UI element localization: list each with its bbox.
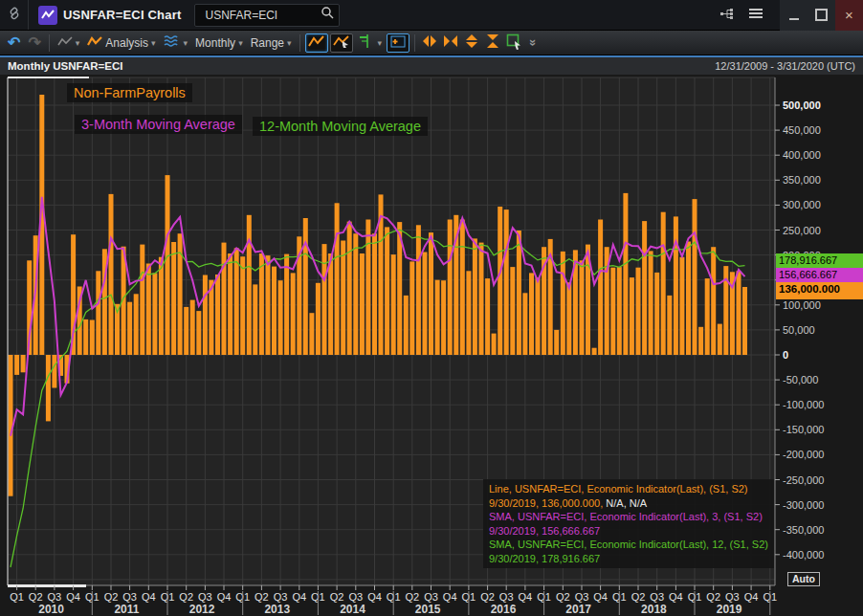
bar: [429, 232, 433, 355]
bar: [328, 253, 333, 355]
bar: [610, 268, 615, 355]
y-tick-label: 100,000: [783, 299, 821, 311]
x-tick-label: Q4: [744, 591, 759, 603]
legend-item-nonfarm-payrolls[interactable]: Non-FarmPayrolls: [67, 83, 192, 102]
info-line-series: Line, USNFAR=ECI, Economic Indicator(Las…: [489, 482, 768, 496]
expand-horizontal-button[interactable]: [419, 33, 440, 53]
y-tick-label: 450,000: [783, 124, 821, 136]
x-tick-label: Q4: [292, 591, 306, 603]
time-scrollbar-thumb[interactable]: [8, 584, 86, 587]
auto-scale-button[interactable]: Auto: [787, 572, 820, 586]
bar: [435, 280, 440, 355]
bar: [365, 220, 370, 356]
chart-pointer-button[interactable]: [330, 33, 353, 53]
info-sma3-value: 9/30/2019, 156,666.667: [489, 524, 768, 539]
bar: [184, 307, 188, 355]
bar: [498, 207, 502, 355]
bar: [272, 267, 277, 355]
x-tick-label: Q2: [254, 591, 269, 603]
bar: [485, 278, 490, 355]
bar: [385, 227, 389, 355]
node-tree-icon: [719, 7, 735, 24]
minimize-button[interactable]: [780, 0, 808, 31]
undo-button[interactable]: ↶: [4, 32, 24, 54]
line-tool-icon: [57, 35, 73, 50]
x-year-label: 2019: [717, 603, 742, 616]
chart-type-button[interactable]: [305, 33, 328, 53]
bar: [140, 245, 144, 355]
legend-item-3-month-sma[interactable]: 3-Month Moving Average: [75, 115, 242, 134]
maximize-button[interactable]: [808, 0, 835, 31]
x-year-label: 2016: [491, 603, 517, 616]
bar: [309, 313, 314, 355]
bar: [21, 355, 26, 372]
x-tick-label: Q4: [443, 591, 457, 603]
bar: [341, 241, 345, 356]
wave-overlay-dropdown[interactable]: ▾: [160, 33, 192, 53]
bar: [504, 209, 509, 355]
analysis-dropdown[interactable]: Analysis ▾: [83, 33, 159, 52]
y-tick-label: 350,000: [783, 174, 821, 186]
bar: [46, 355, 51, 421]
expand-vertical-button[interactable]: [461, 32, 482, 54]
zoom-select-button[interactable]: [503, 32, 526, 55]
x-tick-label: Q3: [499, 591, 514, 603]
bar: [460, 220, 465, 356]
chart-toolbar: ↶ ↷ ▾ Analysis ▾ ▾ Monthly ▾ Range ▾: [0, 31, 863, 55]
bar: [642, 221, 647, 355]
bar: [171, 242, 176, 355]
bar: [654, 273, 659, 355]
undo-icon: ↶: [8, 33, 20, 52]
legend-item-12-month-sma[interactable]: 12-Month Moving Average: [253, 117, 428, 136]
bar: [127, 302, 132, 355]
time-scrollbar-thumb-top[interactable]: [8, 77, 89, 78]
y-tick-label: 400,000: [783, 149, 821, 161]
bar: [492, 334, 497, 355]
x-tick-label: Q4: [519, 591, 533, 603]
x-tick-label: Q4: [669, 591, 683, 603]
linked-channels-button[interactable]: [713, 3, 741, 28]
menu-button[interactable]: [741, 3, 770, 28]
bar: [152, 273, 157, 355]
more-tools-button[interactable]: »: [526, 33, 541, 52]
chart-header: Monthly USNFAR=ECI 12/31/2009 - 3/31/202…: [0, 55, 863, 75]
compress-vertical-button[interactable]: [482, 32, 503, 54]
chevron-down-icon: ▾: [76, 38, 80, 48]
levels-dropdown[interactable]: ▾: [354, 32, 387, 54]
bar: [686, 242, 691, 356]
range-dropdown[interactable]: Range ▾: [247, 34, 296, 52]
compress-horizontal-button[interactable]: [440, 33, 461, 53]
application-window: USNFAR=ECI Chart ×: [0, 0, 863, 616]
link-channel-button[interactable]: [0, 0, 29, 30]
chevron-down-icon: ▾: [378, 38, 383, 48]
interval-dropdown[interactable]: Monthly ▾: [191, 34, 247, 52]
close-button[interactable]: ×: [835, 0, 863, 31]
last-value-badge-sma3: 156,666.667: [776, 268, 863, 282]
search-icon[interactable]: [321, 6, 335, 24]
x-tick-label: Q3: [650, 591, 664, 603]
bar: [391, 254, 396, 355]
chart-container: Q1Q2Q3Q4Q1Q2Q3Q4Q1Q2Q3Q4Q1Q2Q3Q4Q1Q2Q3Q4…: [0, 75, 863, 616]
x-year-label: 2018: [641, 603, 667, 616]
x-tick-label: Q3: [198, 591, 212, 603]
x-year-label: 2017: [565, 603, 591, 616]
insert-pane-button[interactable]: [387, 33, 409, 53]
x-tick-label: Q2: [480, 591, 495, 603]
bar: [630, 277, 634, 355]
bar: [347, 222, 352, 355]
redo-button[interactable]: ↷: [24, 32, 44, 54]
x-tick-label: Q4: [217, 591, 232, 603]
symbol-search[interactable]: [194, 4, 340, 27]
line-tool-dropdown[interactable]: ▾: [54, 33, 84, 52]
bar: [404, 296, 409, 355]
x-tick-label: Q2: [330, 591, 344, 603]
line-chart-icon: [308, 34, 325, 51]
y-tick-label: -50,000: [783, 374, 818, 385]
bar: [372, 233, 377, 355]
chart-date-range: 12/31/2009 - 3/31/2020 (UTC): [715, 60, 855, 72]
maximize-icon: [815, 9, 828, 21]
bar: [510, 267, 515, 355]
toolbar-separator: [49, 34, 50, 52]
x-tick-label: Q1: [10, 591, 24, 603]
symbol-search-input[interactable]: [203, 8, 321, 23]
